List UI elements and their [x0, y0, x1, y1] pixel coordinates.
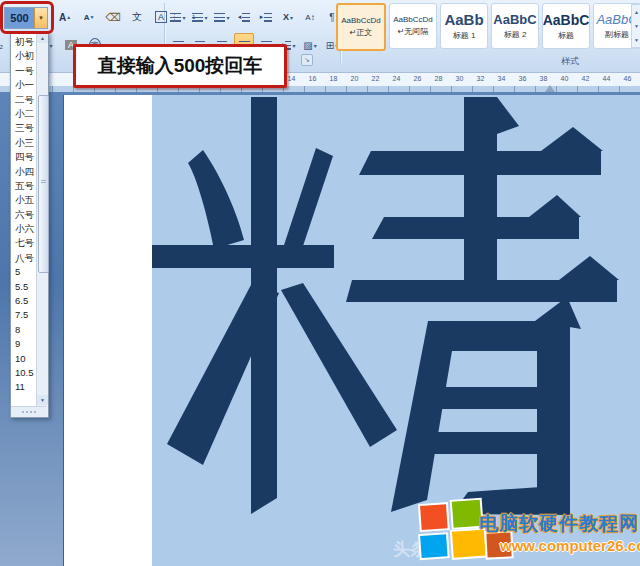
highlighted-text-area[interactable]	[152, 95, 640, 566]
styles-gallery-scroll[interactable]: ▲ ▼ ▼	[631, 4, 640, 48]
dropdown-resize-grip[interactable]	[11, 406, 46, 417]
style-item[interactable]: AaBbC 标题 2	[491, 3, 539, 49]
font-size-option[interactable]: 四号	[11, 150, 36, 164]
dropdown-scrollbar[interactable]: ▲ ▼	[36, 33, 48, 417]
font-size-option[interactable]: 五号	[11, 179, 36, 193]
ruler-number: 32	[470, 75, 491, 82]
button-icon	[214, 13, 225, 22]
style-sample-text: AaBbC	[493, 12, 536, 27]
ruler-number: 30	[449, 75, 470, 82]
font-size-option[interactable]: 7.5	[11, 308, 36, 322]
style-sample-text: AaBb	[444, 11, 483, 28]
phonetic-guide-button[interactable]	[126, 5, 148, 29]
font-size-input[interactable]: 500	[5, 8, 34, 28]
gallery-down-icon[interactable]: ▼	[634, 23, 639, 29]
chevron-down-icon	[314, 42, 317, 49]
font-size-option[interactable]: 三号	[11, 121, 36, 135]
chevron-down-icon	[226, 14, 229, 21]
font-size-option[interactable]: 二号	[11, 93, 36, 107]
indent-marker[interactable]	[545, 85, 555, 92]
ruler-number: 24	[386, 75, 407, 82]
font-size-option[interactable]: 10.5	[11, 366, 36, 380]
asian-layout-button[interactable]	[278, 5, 298, 29]
button-icon	[242, 13, 250, 22]
ruler-number: 42	[575, 75, 596, 82]
font-size-option-list: 初号小初一号小一二号小二三号小三四号小四五号小五六号小六七号八号55.56.57…	[11, 33, 36, 417]
gallery-more-icon[interactable]: ▼	[634, 37, 639, 43]
increase-indent-button[interactable]	[256, 5, 276, 29]
ruler-number: 28	[428, 75, 449, 82]
font-size-option[interactable]: 小初	[11, 49, 36, 63]
font-size-option[interactable]: 8	[11, 323, 36, 337]
style-item[interactable]: AaBb 标题 1	[440, 3, 488, 49]
font-size-option[interactable]: 小一	[11, 78, 36, 92]
bullets-button[interactable]	[168, 5, 188, 29]
style-label: 标题 2	[504, 29, 527, 40]
button-icon	[170, 13, 181, 22]
style-label: ↵正文	[350, 27, 373, 38]
paragraph-dialog-launcher[interactable]: ↘	[301, 54, 313, 66]
font-size-option[interactable]: 10	[11, 352, 36, 366]
style-label: ↵无间隔	[398, 26, 429, 37]
multilevel-list-button[interactable]	[212, 5, 232, 29]
chevron-down-icon	[292, 42, 295, 49]
font-size-option[interactable]: 小六	[11, 222, 36, 236]
scroll-down-icon[interactable]: ▼	[37, 395, 48, 405]
font-size-option[interactable]: 6.5	[11, 294, 36, 308]
document-workspace	[0, 92, 640, 566]
font-size-option[interactable]: 一号	[11, 64, 36, 78]
font-size-option[interactable]: 初号	[11, 35, 36, 49]
font-size-option[interactable]: 六号	[11, 208, 36, 222]
numbering-button[interactable]	[190, 5, 210, 29]
sort-button[interactable]	[300, 5, 320, 29]
button-icon	[192, 13, 203, 22]
style-item[interactable]: AaBbC 标题	[542, 3, 590, 49]
chevron-down-icon	[50, 42, 53, 49]
button-icon	[264, 13, 272, 22]
font-size-option[interactable]: 5	[11, 265, 36, 279]
scroll-up-icon[interactable]: ▲	[37, 33, 48, 43]
shrink-font-button[interactable]	[78, 5, 100, 29]
ruler-numbers: 1416182022242628303234363840424446	[281, 75, 638, 82]
ruler-number: 38	[533, 75, 554, 82]
font-size-option[interactable]: 9	[11, 337, 36, 351]
ruler-number: 16	[302, 75, 323, 82]
font-size-dropdown[interactable]: 初号小初一号小一二号小二三号小三四号小四五号小五六号小六七号八号55.56.57…	[10, 32, 49, 418]
font-size-option[interactable]: 小三	[11, 136, 36, 150]
gallery-up-icon[interactable]: ▲	[634, 9, 639, 15]
subscript-button[interactable]	[0, 33, 10, 57]
annotation-callout: 直接输入500按回车	[73, 44, 287, 88]
ruler-number: 34	[491, 75, 512, 82]
chevron-down-icon	[290, 14, 293, 21]
style-sample-text: AaBbC	[543, 12, 590, 28]
scrollbar-thumb[interactable]	[38, 95, 49, 273]
ruler-number: 22	[365, 75, 386, 82]
ruler-number: 18	[323, 75, 344, 82]
chevron-down-icon	[182, 14, 185, 21]
ruler-number: 26	[407, 75, 428, 82]
font-size-option[interactable]: 小五	[11, 193, 36, 207]
paragraph-buttons-row1	[168, 5, 342, 29]
font-size-combo[interactable]: 500 ▾	[4, 7, 48, 29]
watermark-url: www.computer26.com	[500, 537, 640, 554]
style-item[interactable]: AaBbCcDd ↵无间隔	[389, 3, 437, 49]
styles-group-label: 样式	[540, 55, 600, 68]
font-size-combo-arrow-icon[interactable]: ▾	[34, 8, 47, 28]
grow-font-button[interactable]	[54, 5, 76, 29]
style-label: 标题 1	[453, 30, 476, 41]
font-size-option[interactable]: 5.5	[11, 280, 36, 294]
font-size-option[interactable]: 七号	[11, 236, 36, 250]
font-size-option[interactable]: 小四	[11, 165, 36, 179]
ruler-number: 40	[554, 75, 575, 82]
font-size-option[interactable]: 八号	[11, 251, 36, 265]
chevron-down-icon	[204, 14, 207, 21]
font-buttons-row1	[54, 5, 172, 29]
font-size-option[interactable]: 11	[11, 380, 36, 394]
ruler-number: 36	[512, 75, 533, 82]
clear-formatting-button[interactable]	[102, 5, 124, 29]
font-size-option[interactable]: 小二	[11, 107, 36, 121]
styles-gallery: AaBbCcDd ↵正文 AaBbCcDd ↵无间隔 AaBb 标题 1 AaB…	[336, 3, 640, 51]
style-label: 标题	[558, 30, 574, 41]
style-item[interactable]: AaBbCcDd ↵正文	[336, 3, 386, 51]
decrease-indent-button[interactable]	[234, 5, 254, 29]
